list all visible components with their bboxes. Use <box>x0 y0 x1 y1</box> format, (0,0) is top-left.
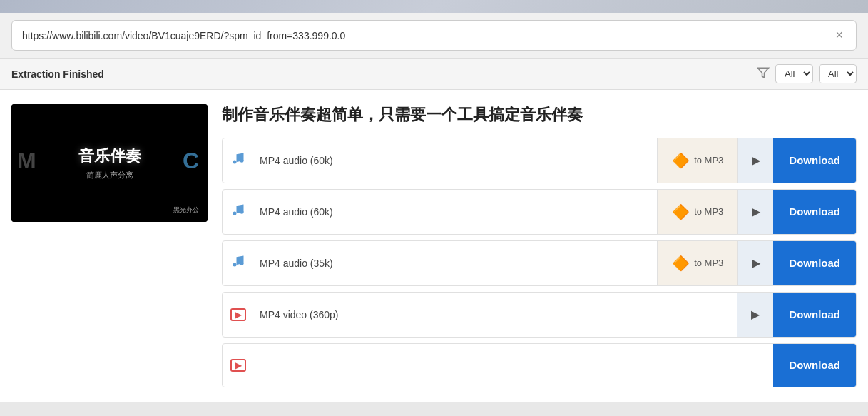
play-button-3[interactable]: ▶ <box>737 241 773 285</box>
row-icon-5: ▶ <box>223 359 254 372</box>
music-icon-1 <box>231 151 245 169</box>
download-row: MP4 audio (60k) 🔶 to MP3 ▶ Download <box>222 138 857 183</box>
close-button[interactable]: × <box>832 28 846 43</box>
music-icon-2 <box>231 203 245 220</box>
thumb-badge: 黑光办公 <box>170 204 202 216</box>
row-label-3: MP4 audio (35k) <box>254 258 657 269</box>
download-row-3: MP4 audio (35k) 🔶 to MP3 ▶ Download <box>222 240 857 286</box>
to-mp3-label-3: to MP3 <box>694 258 723 268</box>
row-icon-2 <box>223 203 254 220</box>
video-icon-5: ▶ <box>230 359 246 372</box>
download-row-4: ▶ MP4 video (360p) ▶ Download <box>222 292 857 338</box>
filter-area: All All <box>757 64 857 83</box>
video-title: 制作音乐伴奏超简单，只需要一个工具搞定音乐伴奏 <box>222 104 857 126</box>
download-row-2: MP4 audio (60k) 🔶 to MP3 ▶ Download <box>222 189 857 235</box>
thumb-m-char: M <box>17 147 36 173</box>
url-bar: × <box>11 20 857 51</box>
row-icon-3 <box>223 254 254 272</box>
top-bar <box>0 0 868 13</box>
video-icon-4: ▶ <box>230 308 246 321</box>
svg-point-6 <box>240 262 244 265</box>
download-row-5: ▶ Download <box>222 343 857 387</box>
row-label-1: MP4 audio (60k) <box>254 155 657 166</box>
download-button-3[interactable]: Download <box>773 241 856 285</box>
filter-select-2[interactable]: All <box>819 64 857 83</box>
download-button-2[interactable]: Download <box>773 190 856 234</box>
to-mp3-button-3[interactable]: 🔶 to MP3 <box>657 241 737 285</box>
music-icon-3 <box>231 254 245 272</box>
vlc-icon-1: 🔶 <box>672 152 690 169</box>
to-mp3-button-2[interactable]: 🔶 to MP3 <box>657 190 737 234</box>
extraction-status: Extraction Finished <box>11 69 104 80</box>
download-button-4[interactable]: Download <box>773 293 856 337</box>
vlc-icon-3: 🔶 <box>672 255 690 272</box>
to-mp3-label-1: to MP3 <box>694 155 723 166</box>
row-icon-4: ▶ <box>223 308 254 321</box>
svg-point-2 <box>240 159 244 163</box>
svg-marker-0 <box>758 68 769 78</box>
download-list-section: 制作音乐伴奏超简单，只需要一个工具搞定音乐伴奏 MP4 audio (60k) … <box>222 104 857 387</box>
video-section: M C 音乐伴奏 简鹿人声分离 黑光办公 制作音乐伴奏超简单，只需要一个工具搞定… <box>11 104 857 387</box>
svg-point-3 <box>233 212 237 215</box>
thumb-subtitle: 简鹿人声分离 <box>86 170 133 181</box>
video-thumbnail: M C 音乐伴奏 简鹿人声分离 黑光办公 <box>11 104 208 222</box>
play-button-4[interactable]: ▶ <box>737 293 773 337</box>
row-label-4: MP4 video (360p) <box>254 309 737 320</box>
url-input[interactable] <box>22 30 832 41</box>
main-content: M C 音乐伴奏 简鹿人声分离 黑光办公 制作音乐伴奏超简单，只需要一个工具搞定… <box>0 90 868 402</box>
url-bar-container: × <box>0 13 868 59</box>
svg-point-4 <box>240 210 244 214</box>
thumb-title: 音乐伴奏 <box>78 146 141 167</box>
svg-point-1 <box>233 161 237 164</box>
play-button-2[interactable]: ▶ <box>737 190 773 234</box>
status-bar: Extraction Finished All All <box>0 59 868 90</box>
vlc-icon-2: 🔶 <box>672 203 690 220</box>
thumbnail-inner: M C 音乐伴奏 简鹿人声分离 黑光办公 <box>11 104 208 222</box>
download-button-1[interactable]: Download <box>773 138 856 183</box>
play-button-1[interactable]: ▶ <box>737 138 773 183</box>
to-mp3-button-1[interactable]: 🔶 to MP3 <box>657 138 737 183</box>
thumb-c-char: C <box>183 147 199 173</box>
filter-select-1[interactable]: All <box>775 64 813 83</box>
to-mp3-label-2: to MP3 <box>694 206 723 217</box>
row-icon-1 <box>223 151 254 169</box>
filter-icon <box>757 66 770 82</box>
download-button-5[interactable]: Download <box>773 343 856 387</box>
svg-point-5 <box>233 263 237 267</box>
row-label-2: MP4 audio (60k) <box>254 206 657 218</box>
